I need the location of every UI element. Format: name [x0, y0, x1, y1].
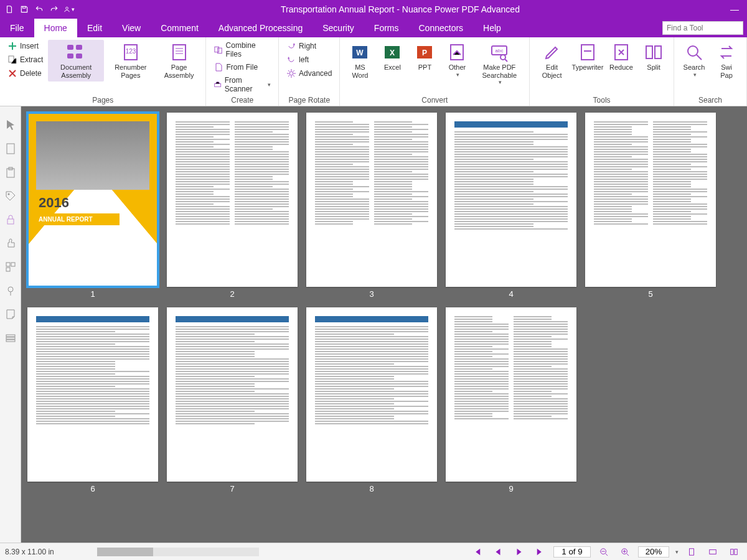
svg-rect-3 — [76, 45, 82, 50]
svg-line-48 — [606, 553, 608, 556]
thumbnail-number: 9 — [509, 484, 513, 493]
group-label-tools: Tools — [535, 95, 669, 105]
zoom-out-button[interactable] — [596, 548, 612, 556]
page-thumbnail[interactable] — [446, 113, 576, 287]
extract-icon — [7, 55, 17, 65]
svg-line-52 — [627, 553, 629, 556]
combine-files-button[interactable]: Combine Files — [211, 40, 273, 60]
reduce-button[interactable]: Reduce — [606, 40, 636, 74]
rotate-left-button[interactable]: left — [284, 54, 334, 66]
new-icon[interactable] — [4, 4, 15, 15]
insert-button[interactable]: Insert — [5, 40, 45, 52]
clipboard-icon[interactable] — [4, 166, 17, 179]
page-number-input[interactable] — [553, 546, 591, 558]
typewriter-button[interactable]: Typewriter — [571, 40, 604, 74]
rotate-left-icon — [286, 55, 296, 65]
file-icon — [214, 62, 223, 72]
minimize-button[interactable]: — — [726, 4, 743, 14]
ppt-button[interactable]: PPPT — [410, 40, 439, 74]
next-page-button[interactable] — [511, 548, 527, 556]
split-button[interactable]: Split — [639, 40, 669, 74]
page-thumbnail[interactable] — [306, 307, 437, 482]
ribbon: Insert Extract Delete Document Assembly … — [0, 37, 747, 106]
page-thumbnail[interactable]: 2016ANNUAL REPORT — [27, 113, 158, 287]
lock-icon[interactable] — [4, 213, 17, 226]
renumber-pages-button[interactable]: 123 Renumber Pages — [106, 40, 155, 82]
svg-line-33 — [697, 55, 702, 60]
cursor-icon[interactable] — [4, 119, 17, 131]
tab-advanced-processing[interactable]: Advanced Processing — [209, 19, 312, 37]
word-icon: W — [350, 42, 370, 62]
make-searchable-button[interactable]: abcMake PDF Searchable▾ — [474, 40, 524, 88]
note-icon[interactable] — [4, 308, 17, 320]
msword-button[interactable]: WMS Word — [345, 40, 375, 82]
page-dimensions: 8.39 x 11.00 in — [5, 548, 92, 556]
svg-text:W: W — [357, 49, 364, 57]
page-assembly-button[interactable]: Page Assembly — [157, 40, 201, 82]
page-thumbnail[interactable] — [585, 113, 716, 287]
from-scanner-button[interactable]: From Scanner▾ — [211, 75, 273, 95]
find-tool-input[interactable] — [662, 21, 743, 35]
page-thumbnail[interactable] — [27, 307, 158, 482]
document-assembly-button[interactable]: Document Assembly — [48, 40, 104, 82]
page-icon[interactable] — [4, 142, 17, 155]
first-page-button[interactable] — [469, 548, 485, 556]
tab-edit[interactable]: Edit — [77, 19, 112, 37]
svg-rect-41 — [6, 268, 10, 271]
other-convert-button[interactable]: Other▾ — [442, 40, 472, 80]
svg-rect-43 — [6, 335, 15, 337]
undo-icon[interactable] — [34, 4, 45, 15]
thumbnail-number: 3 — [369, 289, 374, 299]
tab-help[interactable]: Help — [473, 19, 511, 37]
stack-icon[interactable] — [4, 332, 17, 344]
tab-file[interactable]: File — [0, 19, 34, 37]
redo-icon[interactable] — [49, 4, 60, 15]
svg-rect-5 — [76, 54, 82, 58]
searchable-icon: abc — [489, 42, 509, 62]
zoom-input[interactable] — [638, 546, 669, 558]
tab-security[interactable]: Security — [312, 19, 364, 37]
organize-icon[interactable] — [4, 261, 17, 273]
page-thumbnail[interactable] — [306, 113, 437, 287]
last-page-button[interactable] — [532, 548, 548, 556]
page-thumbnail[interactable] — [167, 113, 298, 287]
svg-rect-56 — [735, 549, 737, 554]
tab-view[interactable]: View — [112, 19, 151, 37]
thumbnails-panel[interactable]: 2016ANNUAL REPORT123456789 — [21, 106, 747, 543]
split-icon — [644, 42, 664, 62]
user-icon[interactable]: ▾ — [63, 4, 75, 15]
pin-icon[interactable] — [4, 284, 17, 297]
delete-button[interactable]: Delete — [5, 67, 45, 80]
excel-button[interactable]: XExcel — [377, 40, 407, 74]
menu-bar: File Home Edit View Comment Advanced Pro… — [0, 19, 747, 37]
from-file-button[interactable]: From File — [211, 61, 273, 73]
zoom-dropdown[interactable]: ▾ — [674, 549, 679, 555]
view-fit-button[interactable] — [705, 548, 721, 556]
svg-line-26 — [505, 59, 507, 62]
extract-button[interactable]: Extract — [5, 54, 45, 66]
rotate-right-button[interactable]: Right — [284, 40, 334, 52]
switch-pages-button[interactable]: Swi Pap — [712, 40, 741, 82]
tag-icon[interactable] — [4, 190, 17, 202]
rotate-advanced-button[interactable]: Advanced — [284, 67, 334, 80]
view-facing-button[interactable] — [726, 548, 742, 556]
edit-object-button[interactable]: Edit Object — [535, 40, 569, 82]
page-thumbnail[interactable] — [446, 307, 576, 482]
h-scrollbar[interactable] — [97, 548, 259, 556]
prev-page-button[interactable] — [490, 548, 506, 556]
other-icon — [447, 42, 467, 62]
thumbsup-icon[interactable] — [4, 237, 17, 250]
svg-point-32 — [688, 46, 698, 56]
svg-rect-14 — [215, 83, 221, 86]
search-button[interactable]: Search▾ — [679, 40, 709, 80]
view-single-button[interactable] — [684, 548, 700, 556]
page-thumbnail[interactable] — [167, 307, 298, 482]
zoom-in-button[interactable] — [617, 548, 633, 556]
tab-connectors[interactable]: Connectors — [409, 19, 474, 37]
svg-text:abc: abc — [496, 48, 504, 54]
tab-comment[interactable]: Comment — [151, 19, 209, 37]
svg-rect-12 — [215, 47, 219, 52]
tab-forms[interactable]: Forms — [364, 19, 409, 37]
tab-home[interactable]: Home — [34, 19, 77, 37]
save-icon[interactable] — [19, 4, 30, 15]
